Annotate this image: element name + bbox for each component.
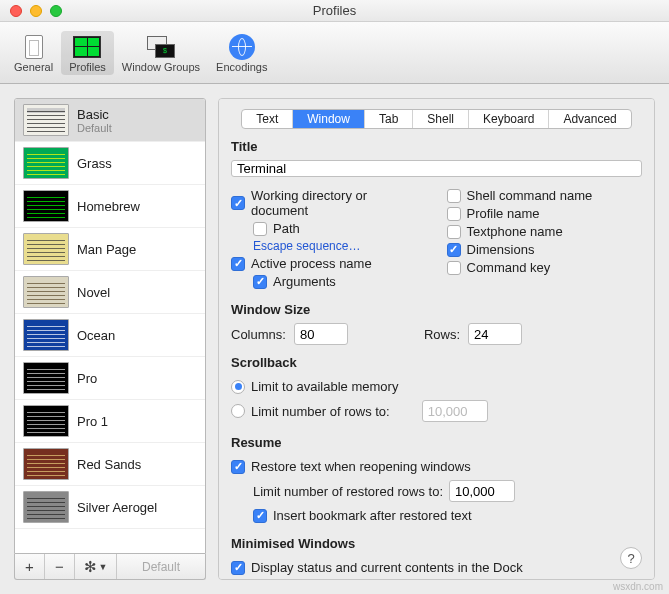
scrollback-rows-input <box>422 400 488 422</box>
window-groups-icon: $ <box>147 36 175 58</box>
watermark: wsxdn.com <box>613 581 663 592</box>
profile-row-silver-aerogel[interactable]: Silver Aerogel <box>15 486 205 529</box>
scrollback-memory-radio[interactable] <box>231 380 245 394</box>
help-button[interactable]: ? <box>620 547 642 569</box>
checkbox-working-directory-or-document[interactable] <box>231 196 245 210</box>
resume-heading: Resume <box>231 435 642 450</box>
rows-label: Rows: <box>424 327 460 342</box>
checkbox-path[interactable] <box>253 222 267 236</box>
profile-name: Pro 1 <box>77 414 108 429</box>
tab-text[interactable]: Text <box>242 110 293 128</box>
profile-name: Novel <box>77 285 110 300</box>
toolbar-window-groups[interactable]: $ Window Groups <box>114 31 208 75</box>
profiles-list[interactable]: BasicDefaultGrassHomebrewMan PageNovelOc… <box>14 98 206 554</box>
profile-thumb <box>23 147 69 179</box>
tab-advanced[interactable]: Advanced <box>549 110 630 128</box>
checkbox-arguments[interactable] <box>253 275 267 289</box>
toolbar-encodings[interactable]: Encodings <box>208 31 275 75</box>
checkbox-label: Arguments <box>273 274 336 289</box>
profile-thumb <box>23 491 69 523</box>
scrollback-rows-label: Limit number of rows to: <box>251 404 390 419</box>
resume-bookmark-checkbox[interactable] <box>253 509 267 523</box>
set-default-button[interactable]: Default <box>117 554 205 579</box>
resume-restore-checkbox[interactable] <box>231 460 245 474</box>
profile-thumb <box>23 319 69 351</box>
profile-row-pro[interactable]: Pro <box>15 357 205 400</box>
profile-thumb <box>23 104 69 136</box>
profile-row-homebrew[interactable]: Homebrew <box>15 185 205 228</box>
profile-row-basic[interactable]: BasicDefault <box>15 99 205 142</box>
profile-name: Ocean <box>77 328 115 343</box>
profiles-sidebar: BasicDefaultGrassHomebrewMan PageNovelOc… <box>14 98 206 580</box>
window-title: Profiles <box>0 3 669 18</box>
chevron-down-icon: ▼ <box>99 562 108 572</box>
profile-name: Silver Aerogel <box>77 500 157 515</box>
columns-input[interactable] <box>294 323 348 345</box>
rows-input[interactable] <box>468 323 522 345</box>
tab-shell[interactable]: Shell <box>413 110 469 128</box>
add-profile-button[interactable]: + <box>15 554 45 579</box>
profile-thumb <box>23 405 69 437</box>
titlebar: Profiles <box>0 0 669 22</box>
tab-tab[interactable]: Tab <box>365 110 413 128</box>
profile-row-man-page[interactable]: Man Page <box>15 228 205 271</box>
profile-row-pro-1[interactable]: Pro 1 <box>15 400 205 443</box>
checkbox-active-process-name[interactable] <box>231 257 245 271</box>
checkbox-label: Command key <box>467 260 551 275</box>
remove-profile-button[interactable]: − <box>45 554 75 579</box>
profile-thumb <box>23 448 69 480</box>
profile-name: Homebrew <box>77 199 140 214</box>
profiles-footer: + − ✻▼ Default <box>14 554 206 580</box>
checkbox-profile-name[interactable] <box>447 207 461 221</box>
minwin-display-checkbox[interactable] <box>231 561 245 575</box>
title-input[interactable] <box>231 160 642 177</box>
scrollback-memory-label: Limit to available memory <box>251 379 398 394</box>
checkbox-label: Shell command name <box>467 188 593 203</box>
profile-row-ocean[interactable]: Ocean <box>15 314 205 357</box>
checkbox-label: Profile name <box>467 206 540 221</box>
profile-thumb <box>23 190 69 222</box>
profile-row-novel[interactable]: Novel <box>15 271 205 314</box>
resume-limit-input[interactable] <box>449 480 515 502</box>
general-icon <box>25 35 43 59</box>
profile-thumb <box>23 362 69 394</box>
scrollback-rows-radio[interactable] <box>231 404 245 418</box>
profile-row-red-sands[interactable]: Red Sands <box>15 443 205 486</box>
profile-name: Grass <box>77 156 112 171</box>
profile-name: Man Page <box>77 242 136 257</box>
tab-keyboard[interactable]: Keyboard <box>469 110 549 128</box>
profile-name: Red Sands <box>77 457 141 472</box>
profile-row-grass[interactable]: Grass <box>15 142 205 185</box>
window-size-heading: Window Size <box>231 302 642 317</box>
profile-subtitle: Default <box>77 122 112 134</box>
scrollback-heading: Scrollback <box>231 355 642 370</box>
escape-sequence-link[interactable]: Escape sequence… <box>253 239 360 253</box>
profile-thumb <box>23 233 69 265</box>
detail-tabs: TextWindowTabShellKeyboardAdvanced <box>241 109 632 129</box>
profile-thumb <box>23 276 69 308</box>
minwin-display-label: Display status and current contents in t… <box>251 560 523 575</box>
checkbox-textphone-name[interactable] <box>447 225 461 239</box>
resume-bookmark-label: Insert bookmark after restored text <box>273 508 472 523</box>
checkbox-label: Path <box>273 221 300 236</box>
columns-label: Columns: <box>231 327 286 342</box>
profile-name: Basic <box>77 107 112 122</box>
checkbox-shell-command-name[interactable] <box>447 189 461 203</box>
checkbox-dimensions[interactable] <box>447 243 461 257</box>
checkbox-label: Working directory or document <box>251 188 427 218</box>
profile-detail: TextWindowTabShellKeyboardAdvanced Title… <box>218 98 655 580</box>
checkbox-command-key[interactable] <box>447 261 461 275</box>
globe-icon <box>229 34 255 60</box>
profile-name: Pro <box>77 371 97 386</box>
checkbox-label: Textphone name <box>467 224 563 239</box>
toolbar-profiles[interactable]: Profiles <box>61 31 114 75</box>
checkbox-label: Active process name <box>251 256 372 271</box>
profile-actions-menu[interactable]: ✻▼ <box>75 554 117 579</box>
checkbox-label: Dimensions <box>467 242 535 257</box>
toolbar-general[interactable]: General <box>6 31 61 75</box>
resume-limit-label: Limit number of restored rows to: <box>253 484 443 499</box>
minwin-heading: Minimised Windows <box>231 536 642 551</box>
gear-icon: ✻ <box>84 558 97 576</box>
resume-restore-label: Restore text when reopening windows <box>251 459 471 474</box>
tab-window[interactable]: Window <box>293 110 365 128</box>
